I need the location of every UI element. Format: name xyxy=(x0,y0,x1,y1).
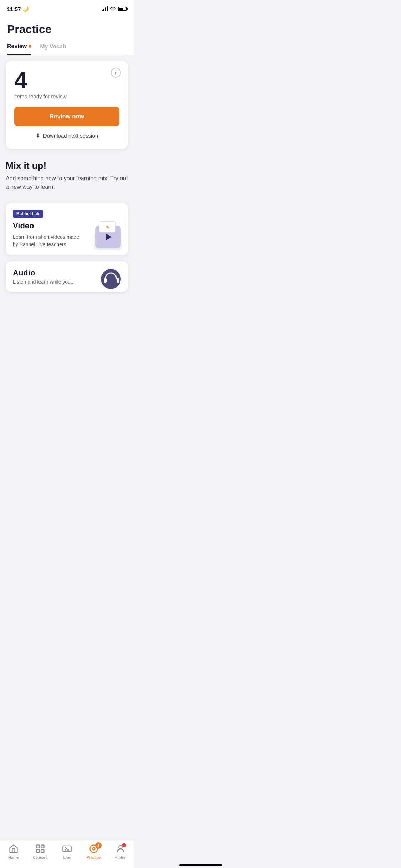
main-header: Practice Review My Vocab xyxy=(0,16,134,55)
tabs-container: Review My Vocab xyxy=(7,43,127,55)
scroll-area: 4 items ready for review i Review now ⬇ … xyxy=(0,55,134,333)
video-feature-card[interactable]: Babbel Lab Video Learn from short videos… xyxy=(6,203,128,255)
tab-vocab-label: My Vocab xyxy=(40,43,66,50)
tab-review[interactable]: Review xyxy=(7,43,31,55)
babbel-lab-badge: Babbel Lab xyxy=(13,210,43,218)
mix-title: Mix it up! xyxy=(6,160,128,171)
video-thumbnail: ∿ xyxy=(90,221,122,250)
status-bar: 11:57 🌙 xyxy=(0,0,134,16)
audio-desc: Listen and learn while you... xyxy=(13,279,83,285)
battery-icon xyxy=(118,7,127,11)
status-time: 11:57 🌙 xyxy=(7,6,29,12)
download-icon: ⬇ xyxy=(36,132,40,139)
review-dot xyxy=(29,45,31,48)
wifi-icon xyxy=(110,7,116,11)
mix-section: Mix it up! Add something new to your lea… xyxy=(6,157,128,203)
headphone-icon xyxy=(97,268,122,289)
review-label: items ready for review xyxy=(14,93,119,99)
video-desc: Learn from short videos made by Babbel L… xyxy=(13,233,83,248)
signal-icon xyxy=(102,7,108,11)
svg-rect-2 xyxy=(117,278,119,283)
review-now-button[interactable]: Review now xyxy=(14,107,119,126)
tab-review-label: Review xyxy=(7,43,27,50)
mix-subtitle: Add something new to your learning mix! … xyxy=(6,174,128,191)
page-title: Practice xyxy=(7,23,127,36)
moon-icon: 🌙 xyxy=(22,6,29,12)
status-icons xyxy=(102,7,127,11)
svg-rect-1 xyxy=(104,278,107,283)
review-card: 4 items ready for review i Review now ⬇ … xyxy=(6,61,128,149)
time-display: 11:57 xyxy=(7,6,21,12)
audio-feature-card[interactable]: Audio Listen and learn while you... xyxy=(6,261,128,292)
download-label: Download next session xyxy=(43,133,98,139)
review-count: 4 xyxy=(14,69,119,92)
info-icon[interactable]: i xyxy=(111,68,121,78)
tab-my-vocab[interactable]: My Vocab xyxy=(40,43,66,55)
download-session-button[interactable]: ⬇ Download next session xyxy=(14,132,119,140)
